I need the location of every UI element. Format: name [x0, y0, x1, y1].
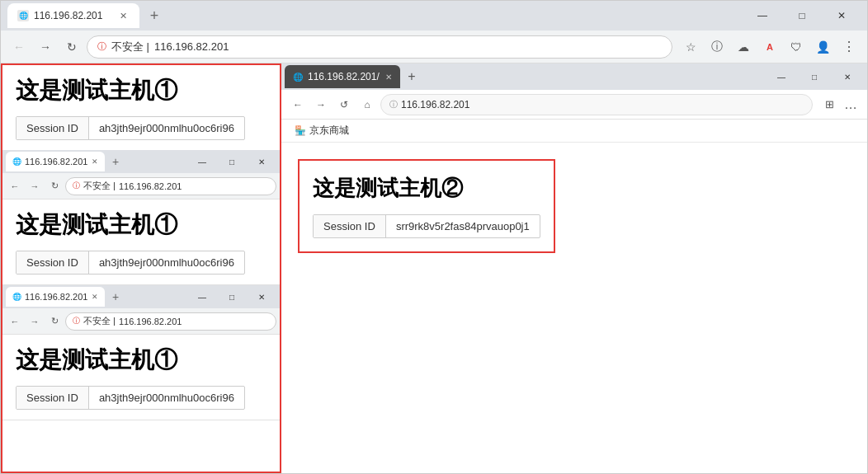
toolbar-icons: ☆ ⓘ ☁ A 🛡 👤 ⋮: [679, 35, 861, 59]
right-host-section: 这是测试主机② Session ID srr9rk8v5r2fas84prvau…: [298, 159, 555, 253]
inner-win-controls-1: — □ ✕: [187, 150, 276, 173]
host-title-1: 这是测试主机①: [16, 75, 267, 106]
right-inner-minimize[interactable]: —: [765, 63, 798, 90]
shield-icon[interactable]: 🛡: [785, 35, 808, 59]
inner-minimize-1[interactable]: —: [187, 150, 217, 173]
main-nav-bar: ← → ↻ ⓘ 不安全 | 116.196.82.201 ☆ ⓘ ☁ A 🛡 👤…: [1, 31, 867, 63]
inner-browser-2: 🌐 116.196.82.201 ✕ + — □ ✕ ← → ↻: [2, 285, 280, 420]
inner-address-text-2: 不安全 |: [83, 315, 116, 327]
inner-minimize-2[interactable]: —: [187, 285, 217, 308]
right-inner-tab-title: 116.196.82.201/: [308, 71, 380, 82]
restore-button[interactable]: □: [783, 1, 821, 31]
page-content-area: 这是测试主机① Session ID ah3jth9ejr000nmlhu0oc…: [1, 63, 867, 473]
session-label-3: Session ID: [17, 387, 89, 409]
right-inner-restore[interactable]: □: [798, 63, 831, 90]
close-button[interactable]: ✕: [823, 1, 861, 31]
inner-back-2[interactable]: ←: [6, 312, 24, 331]
right-inner-tab-bar: 🌐 116.196.82.201/ ✕ + — □ ✕: [281, 63, 867, 90]
inner-close-2[interactable]: ✕: [247, 285, 276, 308]
inner-win-controls-2: — □ ✕: [187, 285, 276, 308]
forward-button[interactable]: →: [34, 35, 57, 59]
tab-close-button[interactable]: ✕: [116, 9, 130, 22]
session-box-2: Session ID ah3jth9ejr000nmlhu0oc6ri96: [16, 251, 245, 275]
menu-icon[interactable]: ⋮: [837, 35, 861, 59]
right-back-btn[interactable]: ←: [288, 95, 308, 115]
right-more-icon[interactable]: …: [841, 95, 861, 115]
inner-reload-1[interactable]: ↻: [45, 177, 64, 195]
left-panel: 这是测试主机① Session ID ah3jth9ejr000nmlhu0oc…: [1, 63, 281, 473]
pdf-icon[interactable]: A: [758, 35, 781, 59]
right-home-btn[interactable]: ⌂: [357, 95, 377, 115]
right-inner-tab[interactable]: 🌐 116.196.82.201/ ✕: [285, 65, 400, 88]
session-value-2: ah3jth9ejr000nmlhu0oc6ri96: [89, 251, 244, 274]
right-reload-btn[interactable]: ↺: [334, 95, 354, 115]
session-value-3: ah3jth9ejr000nmlhu0oc6ri96: [89, 387, 244, 409]
address-bar[interactable]: ⓘ 不安全 | 116.196.82.201: [87, 35, 672, 59]
bookmark-item-jd[interactable]: 🏪 京东商城: [288, 124, 356, 138]
minimize-button[interactable]: —: [743, 1, 781, 31]
inner-forward-2[interactable]: →: [26, 312, 44, 331]
tab-favicon: 🌐: [17, 10, 29, 21]
inner-reload-2[interactable]: ↻: [45, 312, 64, 331]
right-forward-btn[interactable]: →: [311, 95, 331, 115]
session-box-1: Session ID ah3jth9ejr000nmlhu0oc6ri96: [16, 116, 245, 140]
right-session-label: Session ID: [314, 215, 386, 237]
right-inner-nav-bar: ← → ↺ ⌂ ⓘ 116.196.82.201 ⊞ …: [281, 90, 867, 120]
bookmark-star-icon[interactable]: ☆: [679, 35, 702, 59]
tab-title: 116.196.82.201: [34, 10, 102, 21]
bookmark-bar: 🏪 京东商城: [281, 120, 867, 143]
host-title-2: 这是测试主机①: [16, 209, 267, 241]
right-host-title: 这是测试主机②: [313, 174, 540, 203]
inner-address-url-1: 116.196.82.201: [119, 181, 182, 191]
section-2: 这是测试主机① Session ID ah3jth9ejr000nmlhu0oc…: [2, 199, 280, 284]
inner-restore-1[interactable]: □: [217, 150, 247, 173]
bookmark-icon: 🏪: [295, 125, 306, 136]
main-browser-window: 🌐 116.196.82.201 ✕ + — □ ✕ ← → ↻ ⓘ 不安全 |…: [0, 0, 868, 474]
address-prefix: 不安全 |: [111, 40, 149, 54]
main-tab-bar: 🌐 116.196.82.201 ✕ + — □ ✕: [1, 1, 867, 31]
insecure-icon: ⓘ: [97, 40, 106, 53]
right-inner-new-tab[interactable]: +: [402, 67, 422, 87]
right-session-box: Session ID srr9rk8v5r2fas84prvauop0j1: [313, 214, 540, 238]
inner-new-tab-1[interactable]: +: [106, 153, 125, 171]
right-address-text: 116.196.82.201: [401, 99, 469, 110]
inner-close-1[interactable]: ✕: [247, 150, 276, 173]
inner-address-2[interactable]: ⓘ 不安全 | 116.196.82.201: [65, 312, 276, 331]
reload-button[interactable]: ↻: [60, 35, 83, 59]
right-page-content: 这是测试主机② Session ID srr9rk8v5r2fas84prvau…: [281, 143, 867, 473]
inner-address-url-2: 116.196.82.201: [119, 317, 182, 326]
new-tab-button[interactable]: +: [143, 4, 166, 27]
inner-tab-bar-2: 🌐 116.196.82.201 ✕ + — □ ✕: [2, 285, 280, 308]
session-label-1: Session ID: [17, 117, 89, 139]
inner-tab-title-1: 116.196.82.201: [25, 157, 87, 167]
inner-tab-2[interactable]: 🌐 116.196.82.201 ✕: [6, 287, 105, 307]
browser-info-icon[interactable]: ⓘ: [705, 35, 729, 59]
inner-nav-bar-2: ← → ↻ ⓘ 不安全 | 116.196.82.201: [2, 308, 280, 335]
host-title-3: 这是测试主机①: [16, 345, 267, 376]
right-inner-close[interactable]: ✕: [831, 63, 864, 90]
inner-address-1[interactable]: ⓘ 不安全 | 116.196.82.201: [65, 177, 276, 195]
inner-nav-bar-1: ← → ↻ ⓘ 不安全 | 116.196.82.201: [2, 173, 280, 199]
account-icon[interactable]: 👤: [811, 35, 834, 59]
session-value-1: ah3jth9ejr000nmlhu0oc6ri96: [89, 117, 244, 139]
address-text: 116.196.82.201: [154, 40, 229, 53]
window-controls: — □ ✕: [743, 1, 861, 31]
section-1: 这是测试主机① Session ID ah3jth9ejr000nmlhu0oc…: [2, 65, 280, 150]
back-button[interactable]: ←: [7, 35, 31, 59]
inner-tab-bar-1: 🌐 116.196.82.201 ✕ + — □ ✕: [2, 150, 280, 173]
cloud-icon[interactable]: ☁: [732, 35, 755, 59]
right-panel: 🌐 116.196.82.201/ ✕ + — □ ✕ ← → ↺: [281, 63, 867, 473]
right-inner-address-bar[interactable]: ⓘ 116.196.82.201: [380, 94, 813, 115]
inner-forward-1[interactable]: →: [26, 177, 44, 195]
session-label-2: Session ID: [17, 251, 89, 274]
inner-tab-1[interactable]: 🌐 116.196.82.201 ✕: [6, 152, 105, 171]
main-tab[interactable]: 🌐 116.196.82.201 ✕: [7, 3, 139, 28]
bookmark-label: 京东商城: [309, 124, 349, 138]
right-browser-inner: 🌐 116.196.82.201/ ✕ + — □ ✕ ← → ↺: [281, 63, 867, 473]
inner-new-tab-2[interactable]: +: [106, 288, 125, 306]
right-session-value: srr9rk8v5r2fas84prvauop0j1: [386, 215, 540, 237]
inner-address-text-1: 不安全 |: [83, 180, 116, 192]
right-grid-icon[interactable]: ⊞: [819, 95, 839, 115]
inner-restore-2[interactable]: □: [217, 285, 247, 308]
inner-back-1[interactable]: ←: [6, 177, 24, 195]
